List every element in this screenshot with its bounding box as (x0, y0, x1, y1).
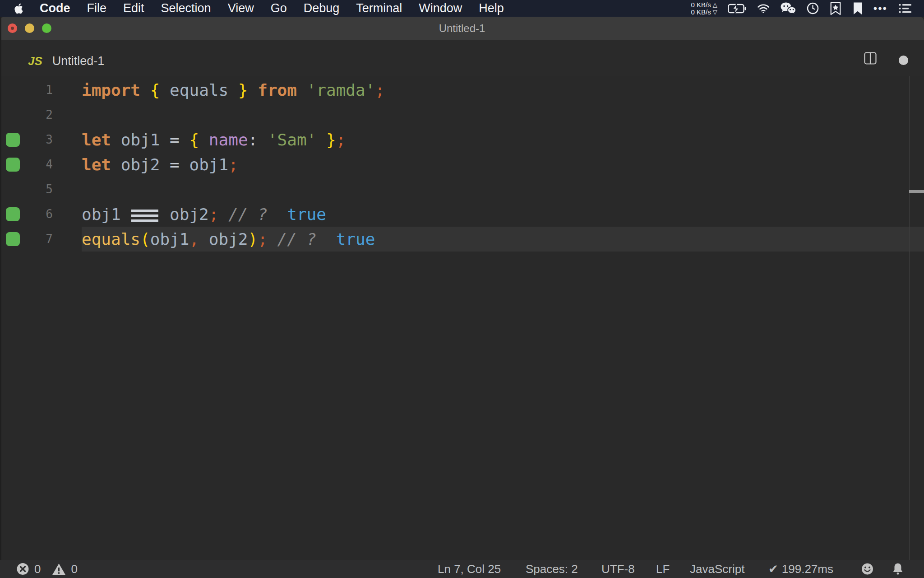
editor-header: JS Untitled-1 (0, 40, 924, 76)
indentation-setting[interactable]: Spaces: 2 (526, 562, 578, 576)
upload-arrow-icon: △ (713, 1, 717, 9)
download-arrow-icon: ▽ (713, 9, 717, 16)
menu-item-selection[interactable]: Selection (161, 1, 211, 15)
code-line-1[interactable]: 1import { equals } from 'ramda'; (0, 78, 924, 103)
feedback-smiley-icon[interactable] (861, 563, 874, 576)
menu-item-window[interactable]: Window (419, 1, 462, 15)
line-number: 6 (0, 202, 53, 227)
code-line-5[interactable]: 5 (0, 177, 924, 202)
menu-item-code[interactable]: Code (40, 1, 70, 15)
error-count: 0 (34, 562, 41, 576)
line-number: 2 (0, 103, 53, 127)
line-number: 4 (0, 152, 53, 177)
menu-item-go[interactable]: Go (271, 1, 287, 15)
error-icon (16, 563, 29, 576)
menu-item-debug[interactable]: Debug (304, 1, 340, 15)
wifi-icon[interactable] (757, 4, 770, 14)
menu-items: CodeFileEditSelectionViewGoDebugTerminal… (40, 1, 504, 15)
code-line-2[interactable]: 2 (0, 103, 924, 127)
menu-item-view[interactable]: View (228, 1, 254, 15)
line-number: 1 (0, 78, 53, 103)
encoding-setting[interactable]: UTF-8 (601, 562, 635, 576)
warning-icon (52, 563, 66, 575)
window-title-bar: Untitled-1 (0, 17, 924, 40)
download-speed: 0 KB/s (691, 9, 711, 16)
check-icon: ✔ (768, 562, 778, 576)
menu-bar: CodeFileEditSelectionViewGoDebugTerminal… (0, 0, 924, 17)
code-line-4[interactable]: 4let obj2 = obj1; (0, 152, 924, 177)
javascript-file-icon: JS (28, 54, 42, 68)
eol-setting[interactable]: LF (656, 562, 670, 576)
network-speed-indicator[interactable]: 0 KB/s 0 KB/s △ ▽ (691, 1, 717, 16)
window-title: Untitled-1 (0, 17, 924, 40)
code-text: let obj1 = { name: 'Sam' }; (82, 127, 346, 152)
tab-label: Untitled-1 (52, 54, 105, 68)
split-editor-button[interactable] (864, 52, 877, 65)
problems-indicator[interactable]: 0 0 (16, 562, 78, 576)
bookmark-star-icon[interactable] (829, 2, 842, 15)
line-number: 3 (0, 127, 53, 152)
tab-untitled-1[interactable]: JS Untitled-1 (28, 40, 104, 76)
notifications-bell-icon[interactable] (892, 563, 904, 575)
wechat-icon[interactable] (780, 2, 796, 15)
unsaved-changes-dot[interactable] (899, 56, 908, 65)
code-text: obj1 obj2; // ? true (82, 202, 326, 227)
code-line-6[interactable]: 6obj1 obj2; // ? true (0, 202, 924, 227)
line-number: 5 (0, 177, 53, 202)
line-number: 7 (0, 227, 53, 252)
apple-logo-icon[interactable] (14, 3, 23, 14)
warning-count: 0 (71, 562, 77, 576)
ribbon-flag-icon[interactable] (852, 2, 863, 15)
run-time-value: 199.27ms (782, 562, 833, 576)
window-left-edge (0, 17, 1, 578)
battery-charging-icon[interactable] (728, 3, 747, 14)
status-bar: 0 0 Ln 7, Col 25 Spaces: 2 UTF-8 LF Java… (0, 560, 924, 578)
cursor-position[interactable]: Ln 7, Col 25 (438, 562, 501, 576)
list-menu-icon[interactable] (898, 3, 912, 14)
menu-item-edit[interactable]: Edit (123, 1, 144, 15)
triple-equals-ligature (131, 210, 158, 222)
menu-item-file[interactable]: File (87, 1, 107, 15)
code-text: let obj2 = obj1; (82, 152, 238, 177)
code-text: equals(obj1, obj2); // ? true (82, 227, 375, 252)
code-editor[interactable]: 1import { equals } from 'ramda';23let ob… (0, 76, 924, 560)
menu-tray: 0 KB/s 0 KB/s △ ▽ (691, 0, 912, 17)
clock-icon[interactable] (807, 2, 819, 14)
quokka-run-time[interactable]: ✔ 199.27ms (768, 562, 833, 576)
upload-speed: 0 KB/s (691, 1, 711, 9)
ellipsis-icon[interactable]: ••• (873, 2, 887, 15)
menu-item-terminal[interactable]: Terminal (356, 1, 402, 15)
menu-item-help[interactable]: Help (479, 1, 504, 15)
code-text: import { equals } from 'ramda'; (82, 78, 385, 103)
language-mode[interactable]: JavaScript (690, 562, 744, 576)
code-line-3[interactable]: 3let obj1 = { name: 'Sam' }; (0, 127, 924, 152)
overview-ruler-cursor-marker (909, 190, 924, 193)
overview-ruler-divider (909, 76, 910, 560)
code-line-7[interactable]: 7equals(obj1, obj2); // ? true (0, 227, 924, 252)
